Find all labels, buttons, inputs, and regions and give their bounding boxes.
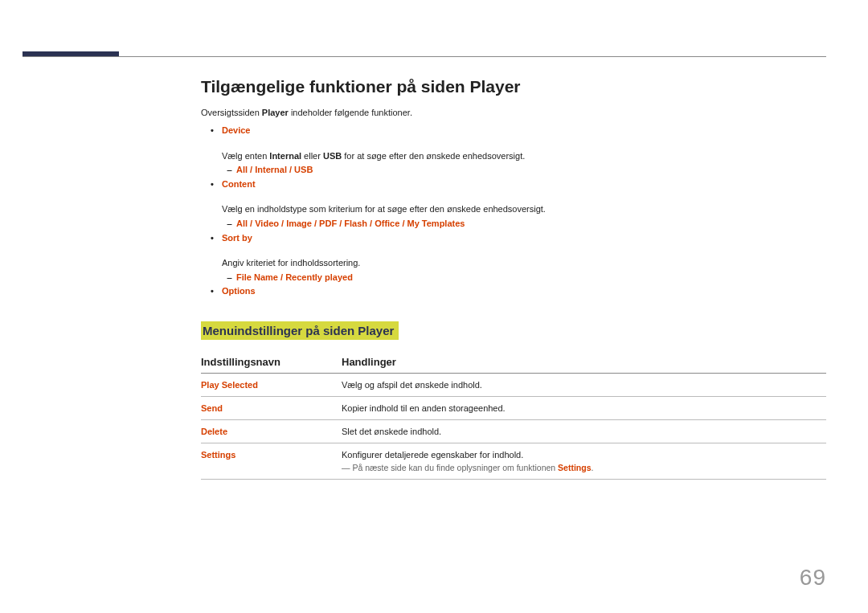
row-name: Play Selected [201,373,342,396]
sortby-sub: File Name / Recently played [201,271,826,285]
content-desc: Vælg en indholdstype som kriterium for a… [201,202,826,217]
content-sub: All / Video / Image / PDF / Flash / Offi… [201,217,826,231]
device-desc-pre: Vælg enten [222,151,269,161]
item-content: Content [201,178,826,192]
page-number: 69 [800,565,826,591]
device-sub: All / Internal / USB [201,163,826,178]
sortby-label: Sort by [222,233,252,243]
intro-text: Oversigtssiden Player indeholder følgend… [201,108,826,117]
device-desc: Vælg enten Internal eller USB for at søg… [201,149,826,164]
content-sub-text: All / Video / Image / PDF / Flash / Offi… [236,219,465,228]
device-desc-mid: eller [301,151,323,161]
row-action: Vælg og afspil det ønskede indhold. [342,373,826,396]
options-label: Options [222,286,256,296]
note-suffix: . [592,463,594,472]
table-row: Delete Slet det ønskede indhold. [201,419,826,443]
col-action: Handlinger [342,351,826,374]
row-name: Send [201,396,342,419]
row-action: Kopier indhold til en anden storageenhed… [342,396,826,419]
header-rule [23,56,826,57]
feature-list: Device [201,124,826,138]
intro-suffix: indeholder følgende funktioner. [289,108,412,117]
subheading: Menuindstillinger på siden Player [201,321,399,340]
col-name: Indstillingsnavn [201,351,342,374]
device-sub-text: All / Internal / USB [236,165,313,174]
feature-list-4: Options [201,284,826,299]
table-row: Play Selected Vælg og afspil det ønskede… [201,373,826,396]
item-sortby: Sort by [201,231,826,246]
page-heading: Tilgængelige funktioner på siden Player [201,77,826,96]
sortby-sub-text: File Name / Recently played [236,272,353,282]
device-desc-post: for at søge efter den ønskede enhedsover… [342,151,525,161]
settings-note: ― På næste side kan du finde oplysninger… [342,460,823,472]
row-action: Konfigurer detaljerede egenskaber for in… [342,443,826,479]
content-label: Content [222,179,256,189]
settings-table: Indstillingsnavn Handlinger Play Selecte… [201,351,826,480]
feature-list-3: Sort by [201,231,826,246]
note-bold: Settings [558,463,591,472]
item-options: Options [201,284,826,299]
item-device: Device [201,124,826,138]
feature-list-2: Content [201,178,826,192]
row-name: Settings [201,443,342,479]
table-row: Send Kopier indhold til en anden storage… [201,396,826,419]
row-name: Delete [201,419,342,443]
main-content: Tilgængelige funktioner på siden Player … [201,77,826,480]
device-label: Device [222,125,250,135]
row-action-text: Konfigurer detaljerede egenskaber for in… [342,450,823,460]
device-desc-b1: Internal [269,151,301,161]
table-row: Settings Konfigurer detaljerede egenskab… [201,443,826,479]
device-desc-b2: USB [323,151,342,161]
intro-prefix: Oversigtssiden [201,108,262,117]
intro-bold: Player [262,108,289,117]
note-prefix: ― På næste side kan du finde oplysninger… [342,463,558,472]
sortby-desc: Angiv kriteriet for indholdssortering. [201,256,826,271]
row-action: Slet det ønskede indhold. [342,419,826,443]
